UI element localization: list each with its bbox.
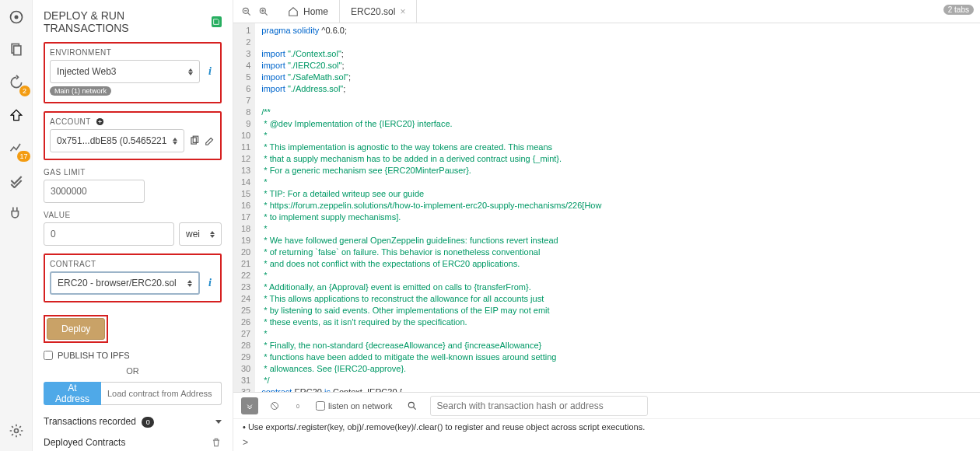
copy-icon[interactable]: [189, 135, 200, 146]
sidebar: 2 17: [0, 0, 33, 451]
contract-select[interactable]: ERC20 - browser/ERC20.sol: [50, 271, 200, 295]
info-icon[interactable]: i: [205, 65, 215, 78]
tab-file[interactable]: ERC20.sol ×: [340, 0, 417, 23]
gas-label: GAS LIMIT: [44, 168, 222, 177]
svg-point-4: [14, 429, 18, 433]
analysis-badge: 17: [17, 151, 30, 162]
chevron-updown-icon: [188, 68, 193, 75]
account-label: ACCOUNT: [50, 117, 215, 126]
remix-logo[interactable]: [5, 6, 27, 28]
test-icon[interactable]: [5, 170, 27, 191]
code-editor[interactable]: 1234567891011121314151617181920212223242…: [233, 23, 980, 392]
console-line: Use exports/.register(key, obj)/.remove(…: [243, 422, 971, 432]
contract-label: CONTRACT: [50, 260, 215, 268]
transactions-recorded-row[interactable]: Transactions recorded 0: [44, 416, 222, 428]
compile-badge: 2: [19, 86, 30, 96]
account-value: 0x751...dbE85 (0.5465221: [57, 135, 166, 146]
gas-section: GAS LIMIT: [44, 168, 222, 203]
plugin-icon[interactable]: [5, 202, 27, 224]
trash-icon[interactable]: [211, 437, 222, 448]
tab-tools: [233, 0, 277, 23]
chevron-updown-icon: [210, 231, 215, 238]
environment-section: ENVIRONMENT Injected Web3 i Main (1) net…: [44, 42, 222, 103]
value-input[interactable]: [44, 222, 174, 246]
deploy-panel: DEPLOY & RUN TRANSACTIONS ENVIRONMENT In…: [33, 0, 233, 451]
tx-count-badge: 0: [142, 417, 154, 428]
deployed-contracts-label: Deployed Contracts: [44, 437, 125, 448]
zoom-in-icon[interactable]: [258, 6, 269, 17]
tab-bar: Home ERC20.sol × 2 tabs: [233, 0, 980, 23]
compile-icon[interactable]: 2: [5, 72, 27, 93]
deployed-contracts-row: Deployed Contracts: [44, 437, 222, 448]
at-address-input[interactable]: [101, 382, 222, 405]
line-gutter: 1234567891011121314151617181920212223242…: [233, 23, 255, 392]
add-account-icon[interactable]: [96, 117, 104, 126]
chevron-down-icon: [215, 420, 222, 424]
console-caret[interactable]: >: [233, 437, 980, 451]
file-explorer-icon[interactable]: [5, 39, 27, 61]
value-section: VALUE wei: [44, 211, 222, 246]
publish-ipfs-label: PUBLISH TO IPFS: [58, 351, 130, 360]
deploy-button[interactable]: Deploy: [47, 318, 105, 340]
tab-file-label: ERC20.sol: [351, 6, 395, 17]
analysis-icon[interactable]: 17: [5, 137, 27, 159]
at-address-button[interactable]: At Address: [44, 382, 101, 405]
environment-label: ENVIRONMENT: [50, 48, 215, 57]
deploy-icon[interactable]: [5, 104, 27, 126]
listen-network-row: listen on network: [316, 401, 393, 411]
console-toggle-icon[interactable]: [241, 397, 258, 414]
at-address-row: At Address: [44, 382, 222, 405]
tx-recorded-label: Transactions recorded: [44, 416, 136, 427]
edit-icon[interactable]: [205, 135, 215, 146]
tabs-count-pill[interactable]: 2 tabs: [943, 5, 974, 15]
console-toolbar: 0 listen on network: [233, 393, 980, 419]
svg-point-12: [408, 402, 414, 407]
publish-ipfs-checkbox[interactable]: [44, 351, 53, 360]
panel-title-text: DEPLOY & RUN TRANSACTIONS: [44, 9, 207, 34]
tab-home[interactable]: Home: [277, 0, 340, 23]
main-area: Home ERC20.sol × 2 tabs 1234567891011121…: [233, 0, 980, 451]
console-search-input[interactable]: [430, 396, 648, 416]
listen-network-checkbox[interactable]: [316, 401, 325, 411]
close-icon[interactable]: ×: [400, 6, 405, 17]
chevron-updown-icon: [173, 138, 177, 145]
contract-section: CONTRACT ERC20 - browser/ERC20.sol i: [44, 253, 222, 302]
code-body[interactable]: pragma solidity ^0.6.0; import "./Contex…: [255, 23, 980, 392]
chevron-updown-icon: [187, 280, 192, 287]
gas-limit-input[interactable]: [44, 180, 145, 203]
account-section: ACCOUNT 0x751...dbE85 (0.5465221: [44, 111, 222, 160]
environment-select[interactable]: Injected Web3: [50, 60, 200, 83]
environment-value: Injected Web3: [57, 66, 117, 77]
network-pill: Main (1) network: [50, 86, 111, 96]
value-unit-select[interactable]: wei: [179, 222, 222, 246]
svg-text:0: 0: [296, 403, 299, 408]
tab-home-label: Home: [303, 6, 328, 17]
publish-ipfs-row: PUBLISH TO IPFS: [44, 351, 222, 360]
svg-point-1: [14, 16, 18, 19]
console-body: Use exports/.register(key, obj)/.remove(…: [233, 419, 980, 437]
pending-tx-icon[interactable]: 0: [291, 397, 308, 414]
console: 0 listen on network Use exports/.registe…: [233, 392, 980, 451]
listen-network-label: listen on network: [328, 401, 393, 411]
or-label: OR: [44, 366, 222, 376]
value-unit: wei: [186, 229, 200, 239]
contract-value: ERC20 - browser/ERC20.sol: [58, 278, 177, 288]
zoom-out-icon[interactable]: [241, 6, 252, 17]
search-icon[interactable]: [407, 400, 418, 411]
info-icon[interactable]: i: [205, 277, 215, 289]
clear-console-icon[interactable]: [266, 397, 283, 414]
deploy-highlight: Deploy: [44, 315, 108, 343]
account-select[interactable]: 0x751...dbE85 (0.5465221: [50, 129, 184, 152]
save-state-icon[interactable]: [212, 16, 222, 27]
settings-icon[interactable]: [5, 420, 27, 442]
value-label: VALUE: [44, 211, 222, 219]
panel-title: DEPLOY & RUN TRANSACTIONS: [44, 9, 222, 34]
home-icon: [288, 6, 299, 17]
svg-rect-3: [13, 46, 20, 55]
